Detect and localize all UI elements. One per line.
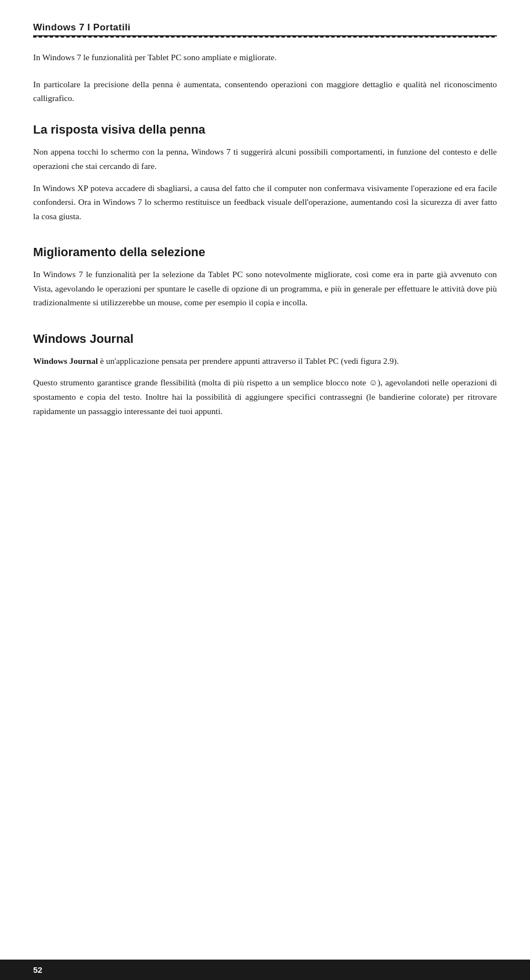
body-paragraph-penna-2: In Windows XP poteva accadere di sbaglia… bbox=[33, 181, 497, 224]
page-container: Windows 7 I Portatili In Windows 7 le fu… bbox=[0, 0, 530, 980]
journal-bold-inline: Windows Journal bbox=[33, 356, 98, 365]
body-paragraph-penna-1: Non appena tocchi lo schermo con la penn… bbox=[33, 145, 497, 173]
body-paragraph-journal-1: Windows Journal è un'applicazione pensat… bbox=[33, 354, 497, 368]
header-section: Windows 7 I Portatili bbox=[33, 22, 497, 38]
journal-paragraph-rest: è un'applicazione pensata per prendere a… bbox=[98, 356, 399, 365]
section-heading-selezione: Miglioramento della selezione bbox=[33, 245, 497, 259]
page-number: 52 bbox=[33, 965, 43, 974]
body-paragraph-selezione-1: In Windows 7 le funzionalità per la sele… bbox=[33, 267, 497, 310]
header-divider bbox=[33, 35, 497, 38]
intro-paragraph-1: In Windows 7 le funzionalità per Tablet … bbox=[33, 51, 497, 65]
header-title: Windows 7 I Portatili bbox=[33, 22, 497, 33]
intro-paragraph-2: In particolare la precisione della penna… bbox=[33, 78, 497, 105]
section-heading-penna: La risposta visiva della penna bbox=[33, 123, 497, 137]
body-paragraph-journal-2: Questo strumento garantisce grande fless… bbox=[33, 375, 497, 418]
section-heading-journal: Windows Journal bbox=[33, 332, 497, 346]
page-number-bar: 52 bbox=[0, 960, 530, 980]
